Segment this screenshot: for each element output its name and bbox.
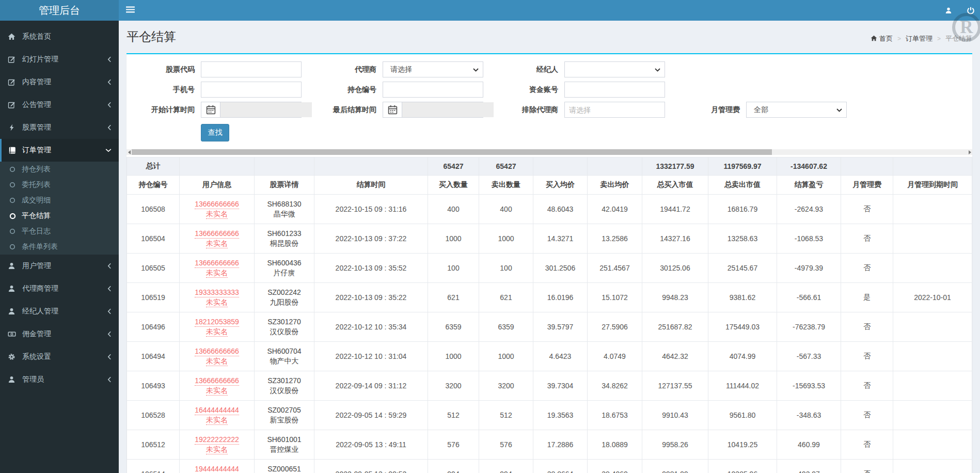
page-title: 平仓结算 [127,28,972,45]
column-header-fee: 月管理费 [841,176,893,195]
user-phone-link[interactable]: 13666666666 [195,259,239,268]
exclude-agent-input[interactable] [564,102,665,118]
chevron-down-icon [105,148,112,152]
sidebar-item-commission[interactable]: 佣金管理 [0,323,119,345]
cell-buy_avg: 301.2506 [545,264,575,272]
scrollbar-right-arrow-icon[interactable] [967,149,972,155]
chevron-left-icon [107,56,112,62]
edit-icon [8,101,19,108]
sidebar-subitem-close-log[interactable]: 平仓日志 [0,224,119,239]
sidebar-item-brokers[interactable]: 经纪人管理 [0,300,119,323]
user-realname-link[interactable]: 未实名 [206,210,228,219]
cell-sell_total: 111444.02 [726,382,759,390]
main-content: 平仓结算 首页 > 订单管理 > 平仓结算 股票代码代理商请选择经纪人手机号持仓… [119,21,980,473]
stock-name: 桐昆股份 [270,239,299,247]
user-realname-link[interactable]: 未实名 [206,386,228,396]
cell-fee: 否 [863,411,871,419]
cell-sell_avg: 15.1072 [602,293,628,302]
cell-buy_total: 9910.43 [662,411,688,419]
calendar-icon[interactable] [201,102,220,117]
user-phone-link[interactable]: 18212053859 [195,318,239,327]
calendar-icon[interactable] [383,102,402,117]
sidebar-item-label: 管理员 [22,375,107,384]
sidebar-item-agents[interactable]: 代理商管理 [0,277,119,300]
app-logo[interactable]: 管理后台 [0,0,119,21]
breadcrumb-home[interactable]: 首页 [871,34,893,43]
end-time-input[interactable] [402,102,494,117]
cell-fee: 是 [863,293,871,301]
sidebar-subitem-position-list[interactable]: 持仓列表 [0,162,119,177]
sidebar-item-label: 佣金管理 [22,329,107,339]
scrollbar-thumb[interactable] [132,149,772,155]
sidebar-item-settings[interactable]: 系统设置 [0,345,119,368]
edit-icon [8,56,19,63]
cell-buy_qty: 100 [447,264,459,272]
chevron-down-icon [473,68,479,72]
user-realname-link[interactable]: 未实名 [206,298,228,307]
user-phone-link[interactable]: 13666666666 [195,376,239,386]
user-realname-link[interactable]: 未实名 [206,269,228,278]
horizontal-scrollbar[interactable] [127,149,972,155]
stock-code-input[interactable] [201,61,302,77]
phone-input[interactable] [201,82,302,98]
stock-code: SZ000651 [267,465,301,473]
sidebar-item-stocks[interactable]: 股票管理 [0,116,119,139]
breadcrumb-item-orders[interactable]: 订单管理 [906,34,932,43]
totals-cell-sell_total: 1197569.97 [708,157,777,176]
position-no-input[interactable] [383,82,483,98]
fund-account-input[interactable] [564,82,665,98]
cell-sell_qty: 100 [500,264,512,272]
user-phone-link[interactable]: 19222222222 [195,435,239,445]
user-phone-link[interactable]: 19444444444 [195,465,239,473]
user-phone-link[interactable]: 13666666666 [195,200,239,209]
cell-buy_qty: 994 [447,470,459,473]
user-phone-link[interactable]: 16444444444 [195,406,239,415]
filter-group-fund-account: 资金账号 [495,82,677,98]
chevron-left-icon [107,102,112,108]
broker-select[interactable] [564,61,665,77]
sidebar-subitem-condition-list[interactable]: 条件单列表 [0,239,119,255]
start-time-input[interactable] [220,102,312,117]
column-header-fee_expire: 月管理到期时间 [893,176,972,195]
sidebar-item-home[interactable]: 系统首页 [0,25,119,48]
sidebar-item-orders[interactable]: 订单管理 [0,139,119,162]
sidebar-subitem-label: 平仓结算 [22,211,51,220]
stock-name: 汉仪股份 [270,386,299,395]
agent-select[interactable]: 请选择 [383,61,483,77]
totals-cell-sell_qty: 65427 [479,157,533,176]
cell-pnl: -15693.53 [793,382,825,390]
user-phone-link[interactable]: 13666666666 [195,347,239,356]
sidebar-subitem-deal-detail[interactable]: 成交明细 [0,193,119,208]
column-header-sell_qty: 卖出数量 [479,176,533,195]
user-realname-link[interactable]: 未实名 [206,445,228,454]
sidebar-item-notice[interactable]: 公告管理 [0,93,119,116]
sidebar-item-users[interactable]: 用户管理 [0,255,119,277]
monthly-fee-select[interactable]: 全部 [746,102,847,118]
scrollbar-left-arrow-icon[interactable] [127,149,132,155]
user-realname-link[interactable]: 未实名 [206,327,228,337]
cell-time: 2022-10-13 09 : 37:22 [336,234,407,243]
totals-cell-buy_total: 1332177.59 [642,157,708,176]
money-icon [8,330,19,338]
column-header-buy_qty: 买入数量 [428,176,479,195]
cell-buy_total: 30125.06 [660,264,690,272]
user-realname-link[interactable]: 未实名 [206,239,228,248]
stock-code: SH601233 [267,229,301,238]
user-icon[interactable] [944,6,953,14]
search-button[interactable]: 查找 [201,124,229,141]
circle-icon [9,166,22,172]
table-header-row: 持仓编号用户信息股票详情结算时间买入数量卖出数量买入均价卖出均价总买入市值总卖出… [127,176,972,195]
sidebar-item-label: 系统首页 [22,32,113,41]
user-realname-link[interactable]: 未实名 [206,357,228,366]
sidebar-subitem-entrust-list[interactable]: 委托列表 [0,177,119,193]
user-phone-link[interactable]: 13666666666 [195,229,239,239]
sidebar-subitem-close-settle[interactable]: 平仓结算 [0,208,119,224]
cell-fee: 否 [863,204,871,213]
sidebar-item-label: 用户管理 [22,261,107,271]
sidebar-item-content[interactable]: 内容管理 [0,71,119,93]
sidebar-toggle-button[interactable] [119,0,142,21]
user-realname-link[interactable]: 未实名 [206,416,228,425]
user-phone-link[interactable]: 19333333333 [195,288,239,297]
sidebar-item-slides[interactable]: 幻灯片管理 [0,48,119,71]
sidebar-item-admins[interactable]: 管理员 [0,368,119,391]
